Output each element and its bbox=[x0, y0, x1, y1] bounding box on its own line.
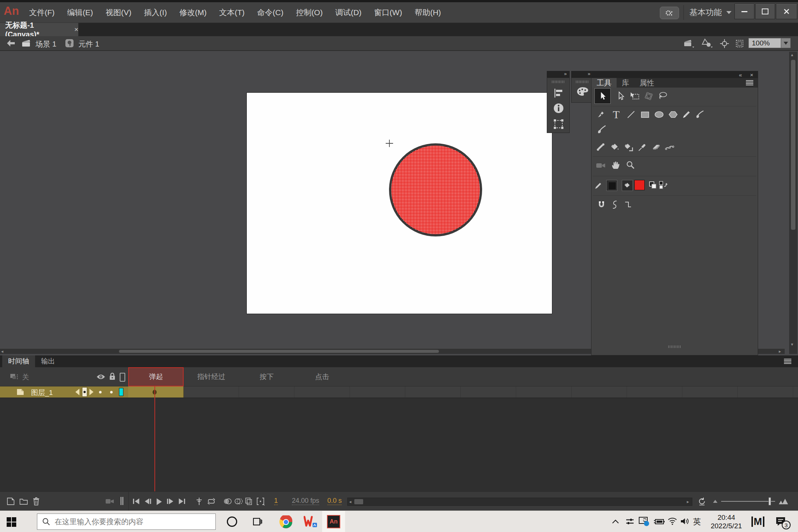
collapse-to-icons-button[interactable]: « bbox=[739, 72, 742, 78]
clip-content-icon[interactable] bbox=[734, 39, 745, 48]
menu-commands[interactable]: 命令(C) bbox=[251, 2, 290, 23]
dock-grip[interactable] bbox=[552, 81, 565, 83]
stage-v-scrollbar[interactable]: ▴ ▾ bbox=[789, 52, 797, 354]
delete-layer-button[interactable] bbox=[33, 497, 40, 506]
expand-panel-button[interactable]: » bbox=[547, 71, 570, 78]
3d-rotation-tool[interactable] bbox=[642, 89, 656, 103]
next-keyframe-icon[interactable] bbox=[89, 389, 93, 395]
zoom-dropdown-button[interactable] bbox=[781, 38, 791, 48]
tab-timeline[interactable]: 时间轴 bbox=[2, 355, 35, 367]
eye-column-icon[interactable] bbox=[96, 373, 106, 381]
subselection-tool[interactable] bbox=[614, 89, 628, 103]
rectangle-tool[interactable] bbox=[638, 108, 652, 122]
tray-ime-mode-icon[interactable]: M bbox=[751, 516, 764, 527]
free-transform-tool[interactable] bbox=[628, 89, 642, 103]
camera-tool[interactable] bbox=[594, 158, 608, 173]
menu-edit[interactable]: 编辑(E) bbox=[61, 2, 99, 23]
lock-column-icon[interactable] bbox=[109, 372, 116, 381]
close-panel-button[interactable]: × bbox=[750, 72, 753, 78]
menu-window[interactable]: 窗口(W) bbox=[368, 2, 409, 23]
menu-debug[interactable]: 调试(D) bbox=[329, 2, 368, 23]
scroll-left-icon[interactable]: ◂ bbox=[349, 499, 351, 504]
camera-toggle-icon[interactable] bbox=[105, 498, 115, 505]
pen-tool[interactable] bbox=[594, 108, 608, 122]
back-arrow-icon[interactable] bbox=[6, 40, 16, 47]
keyframe-cell-up[interactable] bbox=[128, 386, 184, 398]
menu-file[interactable]: 文件(F) bbox=[23, 2, 61, 23]
info-panel-icon[interactable] bbox=[553, 102, 565, 114]
frame-label-hit[interactable]: 点击 bbox=[294, 367, 350, 386]
frame-cell[interactable] bbox=[461, 386, 516, 398]
tray-volume-icon[interactable] bbox=[680, 517, 690, 526]
color-palette-icon[interactable] bbox=[576, 86, 589, 97]
smooth-option[interactable] bbox=[608, 198, 622, 212]
hand-tool[interactable] bbox=[608, 158, 623, 172]
expand-panel-button[interactable]: » bbox=[571, 71, 593, 78]
layer-outline-color-swatch[interactable] bbox=[119, 388, 123, 396]
tab-tools[interactable]: 工具 bbox=[591, 78, 617, 88]
text-tool[interactable]: T bbox=[609, 108, 623, 122]
frame-cell[interactable] bbox=[405, 386, 461, 398]
eraser-tool[interactable] bbox=[649, 140, 664, 154]
onion-skin-button[interactable] bbox=[223, 497, 232, 505]
edit-scene-button[interactable] bbox=[683, 39, 695, 48]
center-frame-icon[interactable] bbox=[720, 39, 729, 48]
line-tool[interactable] bbox=[624, 108, 638, 122]
go-to-last-frame-button[interactable] bbox=[179, 498, 185, 504]
tray-wifi-icon[interactable] bbox=[667, 517, 678, 526]
layer-name[interactable]: 图层_1 bbox=[31, 388, 53, 398]
frame-cell[interactable] bbox=[627, 386, 682, 398]
minimize-button[interactable] bbox=[734, 4, 754, 19]
current-frame-field[interactable]: 1 bbox=[274, 497, 278, 505]
taskbar-search-box[interactable] bbox=[37, 514, 216, 530]
transform-panel-icon[interactable] bbox=[553, 119, 564, 130]
advanced-layers-icon[interactable] bbox=[120, 497, 122, 505]
snap-to-objects-toggle[interactable] bbox=[594, 198, 608, 212]
paint-brush-tool[interactable] bbox=[693, 108, 707, 122]
maximize-button[interactable] bbox=[755, 4, 775, 19]
align-panel-icon[interactable] bbox=[553, 88, 564, 99]
frame-cell[interactable] bbox=[793, 386, 798, 398]
paint-bucket-tool[interactable] bbox=[608, 140, 622, 154]
go-to-first-frame-button[interactable] bbox=[133, 498, 139, 504]
step-back-button[interactable] bbox=[145, 498, 151, 504]
edit-multiple-frames-button[interactable] bbox=[245, 497, 253, 506]
timeline-scrollbar[interactable]: ◂ ▸ bbox=[347, 498, 692, 506]
frame-cell[interactable] bbox=[350, 386, 405, 398]
swap-colors-icon[interactable] bbox=[659, 181, 668, 190]
tray-language-indicator[interactable]: 英 bbox=[693, 516, 701, 527]
frame-cell[interactable] bbox=[184, 386, 239, 398]
pencil-tool[interactable] bbox=[679, 108, 693, 122]
frame-cell[interactable] bbox=[239, 386, 294, 398]
tray-mixer-icon[interactable] bbox=[625, 517, 635, 526]
ink-bottle-tool[interactable] bbox=[622, 140, 636, 154]
layer-name-cell[interactable]: 图层_1 bbox=[0, 386, 128, 398]
fill-color-swatch[interactable] bbox=[634, 180, 645, 190]
animate-taskbar-button[interactable]: An bbox=[322, 511, 345, 532]
asset-warp-tool[interactable] bbox=[663, 140, 677, 154]
panel-menu-icon[interactable] bbox=[746, 80, 753, 85]
frame-rate-field[interactable]: 24.00 fps bbox=[292, 497, 319, 505]
scroll-down-icon[interactable]: ▾ bbox=[791, 342, 793, 347]
zoom-out-frames-icon[interactable] bbox=[713, 500, 717, 503]
lasso-tool[interactable] bbox=[656, 89, 670, 103]
breadcrumb-scene[interactable]: 场景 1 bbox=[35, 39, 57, 49]
current-frame-indicator[interactable] bbox=[82, 387, 87, 397]
prev-keyframe-icon[interactable] bbox=[75, 389, 79, 395]
search-input[interactable] bbox=[54, 517, 203, 526]
tab-library[interactable]: 库 bbox=[617, 78, 634, 88]
wps-taskbar-icon[interactable] bbox=[304, 515, 318, 529]
sync-settings-button[interactable] bbox=[660, 7, 679, 19]
center-playhead-button[interactable] bbox=[195, 497, 203, 506]
tray-display-sync-icon[interactable] bbox=[638, 516, 649, 526]
h-scroll-thumb[interactable] bbox=[119, 350, 439, 353]
document-tab[interactable]: 无标题-1 (Canvas)* × bbox=[0, 23, 78, 36]
scroll-right-icon[interactable]: ▸ bbox=[687, 499, 689, 504]
frame-cell[interactable] bbox=[572, 386, 627, 398]
edit-symbols-button[interactable] bbox=[701, 38, 713, 48]
tab-output[interactable]: 输出 bbox=[35, 355, 61, 367]
menu-help[interactable]: 帮助(H) bbox=[408, 2, 447, 23]
timeline-menu-icon[interactable] bbox=[784, 359, 791, 364]
start-button[interactable] bbox=[7, 517, 16, 527]
layer-row[interactable]: 图层_1 bbox=[0, 386, 798, 398]
